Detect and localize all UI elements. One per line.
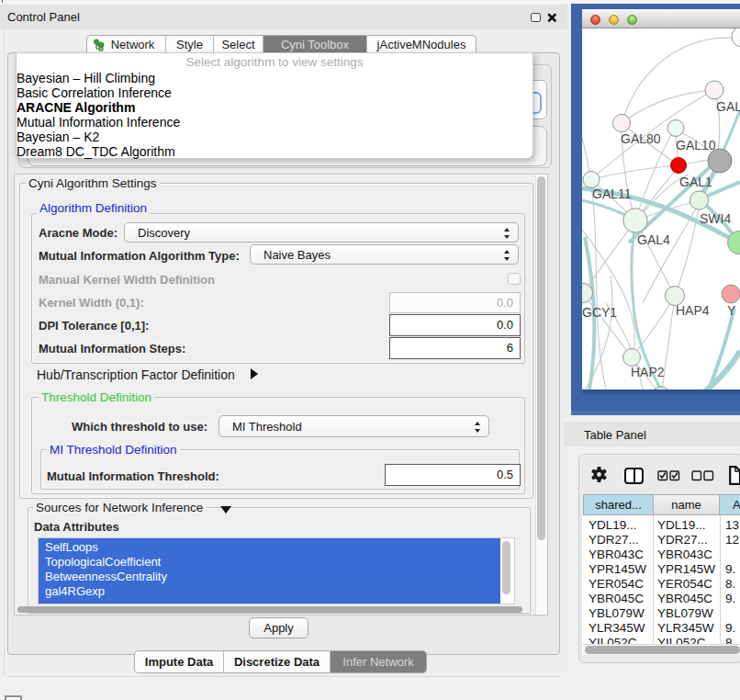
svg-text:GAL11: GAL11 [592,186,632,201]
svg-text:Y: Y [727,303,736,318]
svg-text:HAP4: HAP4 [676,303,710,318]
svg-text:GAL10: GAL10 [676,138,716,152]
svg-text:GAL80: GAL80 [621,131,661,146]
svg-text:GAL: GAL [716,99,740,114]
svg-text:GAL1: GAL1 [679,175,712,189]
svg-text:GCY1: GCY1 [582,305,617,320]
svg-text:SWI4: SWI4 [700,211,731,226]
svg-text:GAL4: GAL4 [637,232,670,247]
svg-text:HAP2: HAP2 [631,365,665,379]
